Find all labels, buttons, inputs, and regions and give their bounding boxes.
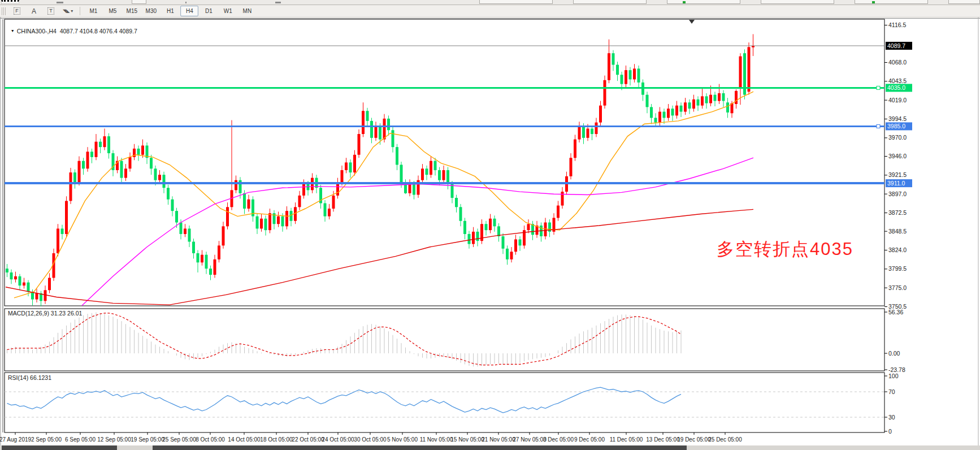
timeframe-button-H4[interactable]: H4 — [180, 6, 198, 16]
candle-body — [150, 158, 153, 168]
rsi-tick-label: 100 — [888, 373, 899, 379]
timeframe-button-MN[interactable]: MN — [238, 6, 256, 16]
candle-body — [209, 269, 212, 275]
toolbar-fragment — [1, 0, 19, 4]
candle-body — [476, 232, 479, 241]
macd-tick-label: 56.36 — [888, 309, 903, 315]
price-tick-label: 3799.5 — [888, 265, 907, 272]
time-tick-label: 18 Oct 05:00 — [260, 436, 293, 443]
price-tick-label: 3946.0 — [888, 153, 907, 159]
timeframe-button-M30[interactable]: M30 — [142, 6, 160, 16]
candle-body — [167, 188, 170, 199]
candle-body — [129, 157, 132, 168]
candle-body — [383, 119, 386, 140]
price-tick-label: 4068.0 — [888, 59, 907, 66]
time-tick-label: 19 Dec 05:00 — [677, 436, 711, 443]
candle-body — [248, 200, 250, 209]
top-cutoff-strip — [0, 0, 980, 5]
candle-body — [604, 80, 606, 106]
candle-body — [718, 93, 721, 101]
chart-canvas[interactable]: 4035.03985.03911.04089.74116.54068.04043… — [0, 17, 980, 450]
candle-body — [27, 283, 30, 292]
time-tick-label: 2 Sep 05:00 — [31, 436, 62, 443]
timeframe-button-H1[interactable]: H1 — [161, 6, 179, 16]
candle-body — [400, 165, 403, 182]
time-tick-label: 8 Oct 05:00 — [196, 436, 225, 443]
time-tick-label: 13 Dec 05:00 — [646, 436, 680, 443]
candle-body — [748, 47, 751, 92]
candle-body — [120, 161, 123, 178]
price-tick-label: 3824.0 — [888, 246, 907, 253]
chart-shift-marker-icon[interactable] — [689, 20, 695, 24]
candle-body — [680, 106, 683, 112]
price-tick-label: 3921.5 — [888, 171, 907, 178]
time-tick-label: 19 Sep 05:00 — [131, 436, 164, 443]
price-tick-label: 3994.5 — [888, 115, 907, 122]
text-label-icon[interactable]: T — [43, 6, 59, 16]
candle-body — [663, 112, 666, 118]
time-tick-label: 9 Dec 05:00 — [574, 436, 605, 443]
candle-body — [268, 213, 271, 230]
candle-body — [48, 278, 51, 290]
candle-body — [625, 70, 627, 84]
grid-profile-icon-label: F — [14, 7, 20, 15]
candle-body — [675, 106, 678, 116]
candle-body — [86, 152, 89, 168]
candle-body — [214, 259, 216, 275]
candle-body — [739, 57, 742, 89]
crosshair-arrows-icon[interactable]: ◥◣ ▾ — [60, 6, 76, 16]
hline-handle[interactable] — [877, 124, 880, 128]
candle-body — [671, 109, 674, 115]
window-tab-fragment — [667, 0, 740, 4]
rsi-indicator-label: RSI(14) 66.1231 — [8, 374, 51, 381]
candle-body — [514, 239, 517, 252]
timeframe-button-M1[interactable]: M1 — [84, 6, 102, 16]
candle-body — [633, 68, 636, 79]
candle-body — [180, 223, 183, 234]
candle-body — [256, 217, 259, 229]
rsi-tick-label: 70 — [888, 388, 895, 395]
price-tick-label: 3970.0 — [888, 134, 907, 141]
candle-body — [692, 99, 695, 109]
candle-body — [328, 209, 331, 217]
timeframe-button-W1[interactable]: W1 — [219, 6, 237, 16]
candle-body — [638, 68, 640, 82]
window-tab-fragment — [573, 0, 647, 4]
candle-body — [362, 111, 365, 134]
time-tick-label: 6 Sep 05:00 — [65, 436, 96, 443]
candle-body — [421, 168, 424, 180]
candle-body — [527, 224, 530, 230]
candle-body — [455, 198, 458, 207]
window-tab-fragment — [948, 0, 980, 4]
grid-profile-icon[interactable]: F — [9, 6, 25, 16]
macd-signal-line — [7, 313, 682, 365]
timeframe-button-M15[interactable]: M15 — [123, 6, 141, 16]
candle-body — [582, 126, 585, 137]
time-tick-label: 27 Nov 05:00 — [513, 436, 547, 443]
timeframe-button-M5[interactable]: M5 — [103, 6, 122, 16]
time-axis: 27 Aug 20192 Sep 05:006 Sep 05:0012 Sep … — [0, 432, 742, 443]
candle-body — [667, 109, 670, 118]
time-tick-label: 12 Sep 05:00 — [97, 436, 131, 443]
timeframe-button-D1[interactable]: D1 — [200, 6, 218, 16]
font-icon[interactable]: A — [26, 6, 42, 16]
chart-ohlc-values: 4087.7 4104.8 4076.4 4089.7 — [60, 28, 137, 34]
candle-body — [578, 126, 581, 139]
rsi-tick-label: 0 — [888, 428, 892, 435]
window-tab-fragment — [761, 0, 834, 4]
hline-handle[interactable] — [877, 86, 880, 89]
candle-body — [497, 226, 500, 236]
toolbar-fragment — [57, 2, 63, 3]
candle-body — [587, 129, 589, 138]
timeframe-button-group: M1M5M15M30H1H4D1W1MN — [84, 6, 257, 16]
toolbar-grip[interactable] — [2, 7, 6, 15]
candle-body — [197, 253, 200, 262]
candle-body — [141, 145, 144, 154]
time-tick-label: 25 Sep 05:00 — [162, 436, 196, 443]
price-tick-label: 3775.0 — [888, 284, 907, 291]
candle-body — [599, 106, 602, 123]
candle-body — [735, 91, 738, 104]
candle-body — [650, 107, 653, 118]
window-tab-fragment — [855, 0, 928, 4]
collapse-arrow-icon[interactable]: ▼ — [11, 29, 15, 33]
